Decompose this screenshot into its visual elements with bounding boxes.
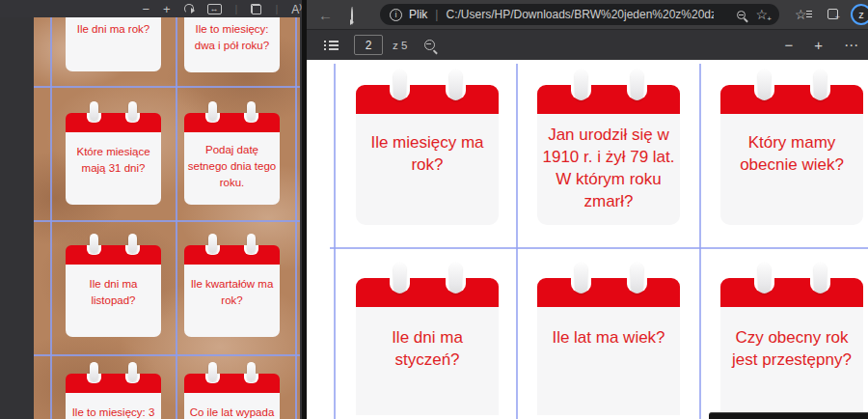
card-question: obecnie wiek? (720, 154, 863, 176)
fit-width-icon[interactable]: ↔ (207, 4, 222, 14)
card-question: Ile dni ma (356, 326, 499, 349)
calendar-header (66, 113, 161, 132)
calendar-ring-icon (90, 101, 98, 121)
calendar-header (537, 278, 680, 307)
card-question: Ile dni ma (66, 276, 161, 293)
card-question: Ile miesięcy ma (356, 131, 499, 154)
calendar-card: Ile miesięcy ma rok? (356, 85, 499, 225)
calendar-header (66, 374, 161, 393)
calendar-card: Ile to miesięcy: 3 (66, 374, 161, 419)
left-pdf-toolbar: − + ↔ | | A) (0, 0, 302, 17)
calendar-card: Czy obecny rok jest przestępny? (720, 278, 863, 415)
zoom-out-button[interactable]: − (784, 37, 793, 53)
zoom-search-icon[interactable] (737, 11, 746, 19)
read-aloud-icon[interactable]: A) (291, 2, 302, 16)
toolbar-divider: | (275, 3, 278, 14)
calendar-ring-icon (208, 234, 217, 253)
table-of-contents-icon[interactable] (324, 40, 339, 51)
back-button[interactable]: ← (318, 8, 333, 22)
cut-line-horizontal (330, 247, 868, 249)
card-question: Które miesiące (66, 144, 161, 160)
calendar-card: Które miesiące mają 31 dni? (66, 113, 161, 205)
page-view-icon[interactable] (251, 4, 261, 14)
card-question: rok? (184, 293, 280, 309)
left-pdf-window: − + ↔ | | A) Ile dni ma rok? (0, 0, 302, 419)
floating-bottom-toolbar[interactable] (709, 412, 868, 419)
calendar-header (537, 85, 680, 114)
info-icon[interactable]: i (390, 9, 402, 21)
card-question: rok? (356, 154, 499, 176)
page-count-label: z 5 (393, 40, 407, 51)
calendar-card: Jan urodził się w 1910 r. i żył 79 lat. … (537, 85, 680, 225)
calendar-header (720, 278, 863, 307)
calendar-card: Ile to miesięcy: dwa i pół roku? (184, 17, 280, 72)
guide-line-vertical (50, 17, 52, 419)
card-question: setnego dnia tego (184, 158, 280, 175)
card-question: Jan urodził się w (537, 124, 680, 146)
card-question: Ile lat ma wiek? (537, 326, 680, 349)
card-question: Ile to miesięcy: (184, 21, 280, 38)
calendar-ring-icon (449, 263, 462, 293)
calendar-ring-icon (393, 263, 406, 293)
card-question: jest przestępny? (720, 349, 863, 371)
guide-line-vertical (295, 17, 297, 419)
guide-line-vertical (176, 17, 177, 419)
calendar-header (184, 113, 280, 132)
calendar-ring-icon (90, 362, 98, 381)
calendar-ring-icon (575, 263, 587, 293)
card-question: listopad? (66, 293, 161, 309)
page-number-input[interactable] (354, 35, 383, 55)
calendar-ring-icon (247, 101, 256, 121)
guide-line-horizontal (34, 86, 300, 88)
search-icon[interactable] (424, 40, 435, 50)
screen: − + ↔ | | A) Ile dni ma rok? (0, 0, 868, 419)
more-options-button[interactable]: ⋯ (844, 37, 858, 54)
pdf-toolbar: z 5 − + ⋯ (307, 29, 868, 60)
card-question: styczeń? (356, 349, 499, 371)
guide-line-horizontal (34, 220, 300, 222)
left-pdf-canvas: Ile dni ma rok? Ile to miesięcy: dwa i p… (0, 17, 302, 419)
cut-line-vertical (334, 64, 336, 419)
card-question: Podaj datę (184, 142, 280, 158)
calendar-header (184, 374, 280, 393)
calendar-card: Ile dni ma listopad? (66, 245, 161, 337)
calendar-card: Podaj datę setnego dnia tego roku. (184, 113, 280, 205)
toolbar-divider: | (235, 3, 238, 14)
calendar-ring-icon (128, 101, 137, 121)
zoom-out-button[interactable]: − (142, 3, 149, 15)
calendar-ring-icon (814, 263, 827, 293)
calendar-ring-icon (631, 70, 643, 100)
collections-icon[interactable] (827, 9, 839, 20)
calendar-card-body: Ile dni ma rok? (66, 17, 161, 71)
refresh-button[interactable] (351, 8, 353, 25)
profile-avatar[interactable]: z (851, 4, 868, 25)
calendar-ring-icon (814, 70, 827, 100)
zoom-in-button[interactable]: + (814, 37, 823, 53)
calendar-card-body: Ile to miesięcy: dwa i pół roku? (184, 17, 280, 72)
calendar-ring-icon (208, 362, 217, 381)
card-question: W którym roku (537, 168, 680, 190)
calendar-card: Ile dni ma rok? (66, 17, 161, 71)
refresh-icon (351, 7, 353, 25)
calendar-header (720, 85, 863, 114)
card-question: Ile kwartałów ma (184, 276, 280, 293)
calendar-card: Ile lat ma wiek? (537, 278, 680, 415)
cut-line-vertical (516, 64, 518, 419)
edge-browser-window: ← i Plik | C:/Users/HP/Downloads/BRW%20j… (307, 0, 868, 419)
address-bar[interactable]: i Plik | C:/Users/HP/Downloads/BRW%20jed… (380, 4, 779, 25)
browser-toolbar: ← i Plik | C:/Users/HP/Downloads/BRW%20j… (307, 0, 868, 29)
url-text[interactable]: C:/Users/HP/Downloads/BRW%20jeden%20z%20… (446, 8, 714, 21)
card-question: mają 31 dni? (66, 160, 161, 177)
zoom-in-button[interactable]: + (163, 3, 171, 15)
guide-line-horizontal (34, 354, 300, 356)
card-question: zmarł? (537, 190, 680, 212)
calendar-card: Ile kwartałów ma rok? (184, 245, 280, 337)
rotate-icon[interactable] (184, 4, 194, 14)
add-favorite-icon[interactable]: ☆ (755, 8, 768, 21)
calendar-card: Który mamy obecnie wiek? (720, 85, 863, 225)
calendar-header (66, 245, 161, 265)
calendar-ring-icon (631, 263, 643, 293)
card-question: Który mamy (720, 131, 863, 154)
calendar-ring-icon (758, 70, 771, 100)
favorites-icon[interactable]: ☆ (795, 8, 807, 21)
